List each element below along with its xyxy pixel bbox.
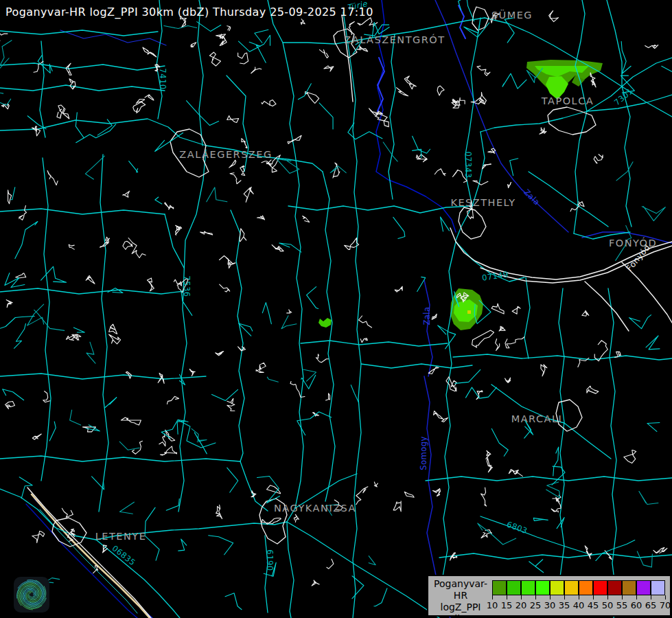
- minor-road-line: [440, 217, 449, 231]
- echo-tapolca: [526, 60, 603, 100]
- legend-color-cell-65-70: [651, 580, 665, 595]
- minor-road-line: [352, 576, 364, 599]
- village-outline: [132, 441, 142, 454]
- village-outline: [645, 45, 658, 48]
- village-outline: [251, 67, 262, 73]
- minor-road-line: [637, 551, 652, 567]
- village-outline: [375, 114, 389, 127]
- minor-road-line: [105, 398, 117, 408]
- minor-road-line: [546, 482, 560, 498]
- village-outline: [244, 187, 253, 202]
- minor-road-line: [187, 101, 219, 126]
- minor-road-line: [647, 422, 660, 431]
- minor-road-line: [0, 316, 34, 331]
- minor-road-line: [129, 161, 138, 172]
- village-outline: [16, 273, 26, 278]
- minor-road-line: [197, 22, 221, 32]
- road-line: [574, 111, 587, 233]
- minor-road-line: [166, 499, 179, 510]
- village-outline: [176, 225, 182, 235]
- minor-road-line: [86, 342, 95, 363]
- village-outline: [360, 339, 367, 343]
- minor-road-line: [207, 187, 227, 202]
- minor-road-line: [465, 387, 496, 398]
- village-outline: [256, 363, 266, 372]
- legend-tick: [535, 595, 536, 599]
- road-line: [0, 85, 165, 91]
- road-line: [456, 206, 472, 240]
- road-line: [178, 150, 206, 512]
- village-outline: [191, 43, 196, 47]
- minor-road-line: [34, 310, 65, 330]
- village-outline: [316, 354, 328, 363]
- village-outline: [404, 76, 416, 89]
- road-line: [240, 461, 268, 511]
- village-outline: [369, 108, 383, 116]
- village-outline: [288, 135, 301, 144]
- village-outline: [404, 492, 414, 497]
- road-line: [231, 210, 244, 461]
- minor-road-line: [502, 73, 526, 89]
- legend-color-cell-30-35: [550, 580, 564, 595]
- road-line: [453, 354, 672, 360]
- village-outline: [505, 378, 511, 382]
- legend-tick: [550, 595, 551, 599]
- village-outline: [477, 66, 490, 76]
- village-outline: [123, 241, 132, 249]
- village-outline: [109, 324, 117, 334]
- minor-road-line: [491, 428, 508, 456]
- legend-color-cell-10-15: [492, 580, 507, 595]
- minor-road-line: [11, 187, 15, 200]
- village-outline: [433, 488, 441, 496]
- village-outline: [472, 330, 494, 347]
- village-outline: [327, 559, 334, 569]
- road-label-07149: 07149: [481, 269, 509, 282]
- legend-tick: [636, 595, 637, 599]
- road-label-7536: 7536: [182, 275, 192, 297]
- road-label-6803: 6803: [505, 519, 529, 536]
- road-line: [559, 288, 564, 608]
- minor-road-line: [455, 369, 480, 383]
- village-outline: [230, 173, 241, 184]
- city-label-nagykanizsa: NAGYKANIZSA: [274, 503, 356, 514]
- village-outline: [432, 314, 437, 319]
- minor-road-line: [161, 420, 188, 438]
- village-outline: [102, 545, 107, 553]
- village-outline: [123, 191, 130, 197]
- minor-road-line: [303, 369, 316, 381]
- village-outline: [0, 33, 8, 41]
- village-outline: [541, 365, 547, 376]
- road-line: [426, 477, 672, 481]
- road-label-07343: 07343: [463, 151, 473, 178]
- village-outline: [167, 396, 178, 404]
- road-label-06835: 06835: [111, 543, 137, 567]
- village-outline: [32, 434, 41, 439]
- village-outline: [227, 258, 235, 264]
- minor-road-line: [164, 26, 197, 29]
- minor-road-line: [194, 433, 207, 454]
- village-outline: [540, 128, 546, 134]
- legend-tick: [607, 595, 608, 599]
- road-line: [0, 30, 158, 36]
- minor-road-line: [393, 217, 405, 238]
- village-outline: [165, 203, 174, 209]
- village-outline: [86, 275, 95, 284]
- road-line: [287, 522, 294, 618]
- legend-color-cell-50-55: [607, 580, 622, 595]
- village-outline: [262, 518, 281, 524]
- city-label-zalaegerszeg: ZALAEGERSZEG: [179, 149, 272, 160]
- village-outline: [69, 244, 74, 249]
- village-outline: [303, 216, 310, 222]
- legend-color-cell-55-60: [622, 580, 636, 595]
- village-outline: [491, 304, 504, 314]
- village-outline: [189, 369, 195, 376]
- settlement-outlines: [52, 7, 596, 547]
- village-outline: [512, 306, 520, 314]
- village-outline: [549, 11, 559, 22]
- minor-road-line: [0, 41, 12, 72]
- village-outline: [553, 497, 559, 502]
- minor-road-line: [249, 42, 266, 62]
- legend-tick: [593, 595, 594, 599]
- legend-unit: dbZ: [428, 613, 493, 618]
- minor-road-line: [281, 316, 297, 329]
